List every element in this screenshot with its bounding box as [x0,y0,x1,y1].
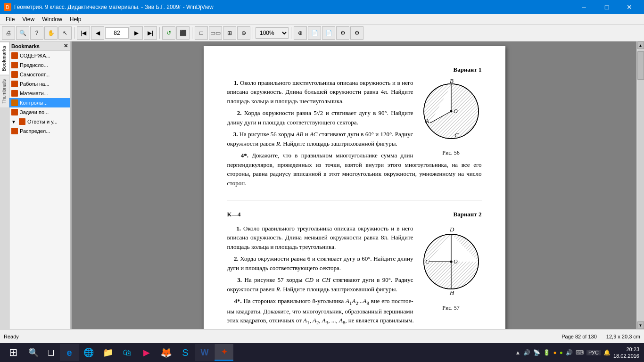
figure-56: A B C O Рис. 56 [421,78,482,157]
tray-icon-2: 📡 [533,349,540,356]
bookmark-icon-7 [19,118,25,125]
clock-date: 18.02.2016 [613,353,639,359]
tb-two-page[interactable]: ▭▭ [209,26,222,40]
svg-text:B: B [450,78,454,84]
maximize-button[interactable]: □ [596,0,618,14]
language-indicator[interactable]: РУС [586,350,601,355]
taskbar: ⊞ 🔍 ❑ e 🌐 📁 🛍 ▶ 🦊 [0,343,644,362]
tb-icon1[interactable]: 📄 [308,26,321,40]
status-bar: Ready Page 82 of 130 12,9 x 20,3 cm [0,329,644,343]
tb-sep2 [159,27,160,39]
app-icon: D [4,3,11,11]
scroll-thumb[interactable] [637,51,644,80]
bookmark-icon-4 [11,90,18,97]
tb-stop[interactable]: ⬛ [176,26,190,40]
tb-sep5 [291,27,291,39]
vtab-bookmarks[interactable]: Bookmarks [0,41,9,75]
bookmark-icon-1 [11,62,18,68]
tb-hand[interactable]: ✋ [44,26,58,40]
figure-57: C D H O Рис. 57 [421,224,482,313]
djview-app[interactable]: ✦ [215,344,233,361]
tb-icon2[interactable]: 📄 [322,26,335,40]
start-button[interactable]: ⊞ [2,344,25,361]
tray-icon-vol: 🔔 [603,349,611,356]
menu-bar: File View Window Help [0,14,644,25]
tb-select[interactable]: ↖ [58,26,72,40]
svg-text:D: D [449,226,454,233]
media-icon: ▶ [143,347,150,358]
menu-view[interactable]: View [18,15,38,24]
tb-zoom-in[interactable]: ⊕ [294,26,307,40]
tb-last-page[interactable]: ▶| [144,26,157,40]
bookmark-item-2[interactable]: Самостоят... [9,70,70,79]
keyboard-icon: ⌨ [576,349,584,356]
tb-first-page[interactable]: |◀ [77,26,90,40]
tb-grid[interactable]: ⊞ [223,26,236,40]
tb-find[interactable]: 🔍 [16,26,29,40]
clock[interactable]: 20:23 18.02.2016 [613,346,639,360]
tb-single-page[interactable]: □ [195,26,208,40]
variant2-header-row: К—4 Вариант 2 [227,210,482,219]
ie-app[interactable]: 🌐 [79,344,98,361]
main-area: Bookmarks Thumbnails Bookmarks ✕ СОДЕРЖА… [0,41,644,329]
zoom-select[interactable]: 100% 75% 125% 150% [256,27,289,39]
firefox-app[interactable]: 🦊 [157,344,175,361]
word-icon: W [201,348,209,358]
tb-refresh[interactable]: ↺ [162,26,175,40]
close-panel-btn[interactable]: ✕ [64,43,68,49]
bookmarks-panel: Bookmarks ✕ СОДЕРЖА... Предисло... Самос… [9,41,71,329]
tray-up-arrow[interactable]: ▲ [515,349,521,356]
menu-window[interactable]: Window [38,15,66,24]
media-app[interactable]: ▶ [137,344,156,361]
tb-sep3 [192,27,192,39]
taskbar-search-btn[interactable]: 🔍 [25,344,42,361]
task-view-btn[interactable]: ❑ [42,344,59,361]
firefox-icon: 🦊 [160,347,172,358]
scroll-track[interactable] [637,49,644,321]
bookmark-item-4[interactable]: Математи... [9,89,70,98]
bookmark-item-3[interactable]: Работы на... [9,79,70,89]
bookmark-item-6[interactable]: Задачи по... [9,107,70,117]
tb-print[interactable]: 🖨 [2,26,15,40]
section2-content: C D H O Рис. 57 1. Около правильного тре… [227,224,482,327]
scroll-up-btn[interactable]: ▲ [637,41,644,49]
bookmark-item-1[interactable]: Предисло... [9,60,70,70]
section1-content: A B C O Рис. 56 1. Около правильного шес… [227,78,482,188]
bookmark-item-7[interactable]: ▼ Ответы и у... [9,117,70,126]
tb-help[interactable]: ? [30,26,43,40]
tb-next-page[interactable]: ▶ [130,26,143,40]
tb-sep1 [74,27,74,39]
svg-text:H: H [449,289,454,296]
ie-icon: 🌐 [83,347,94,358]
word-app[interactable]: W [195,344,214,361]
tb-prev-page[interactable]: ◀ [91,26,104,40]
menu-help[interactable]: Help [66,15,85,24]
window-title: Геометрия. 9 класс. Дидактические матери… [14,4,214,10]
close-button[interactable]: ✕ [619,0,640,14]
edge-app[interactable]: e [60,344,79,361]
tb-icon4[interactable]: ⚙ [350,26,363,40]
tb-sep4 [253,27,253,39]
store-app[interactable]: 🛍 [118,344,137,361]
svg-point-6 [450,110,452,112]
status-text: Ready [4,334,19,339]
djview-icon: ✦ [221,347,227,356]
tb-zoom-out[interactable]: ⊖ [237,26,250,40]
folder-app[interactable]: 📁 [99,344,117,361]
bookmark-item-5[interactable]: Контролы... [9,98,70,107]
page-number-input[interactable]: 82 [105,27,129,39]
doc-area[interactable]: Вариант 1 [72,41,636,329]
folder-icon: 📁 [103,347,113,358]
scroll-down-btn[interactable]: ▼ [637,321,644,329]
windows-icon: ⊞ [9,346,17,359]
title-bar: D Геометрия. 9 класс. Дидактические мате… [0,0,644,14]
menu-file[interactable]: File [2,15,18,24]
bookmark-item-8[interactable]: Распредел... [9,126,70,136]
right-scrollbar[interactable]: ▲ ▼ [636,41,644,329]
vtab-thumbnails[interactable]: Thumbnails [0,75,9,107]
minimize-button[interactable]: – [573,0,595,14]
bookmark-item-0[interactable]: СОДЕРЖА... [9,51,70,60]
variant2-label: Вариант 2 [453,210,481,219]
tb-icon3[interactable]: ⚙ [336,26,349,40]
skype-app[interactable]: S [176,344,195,361]
